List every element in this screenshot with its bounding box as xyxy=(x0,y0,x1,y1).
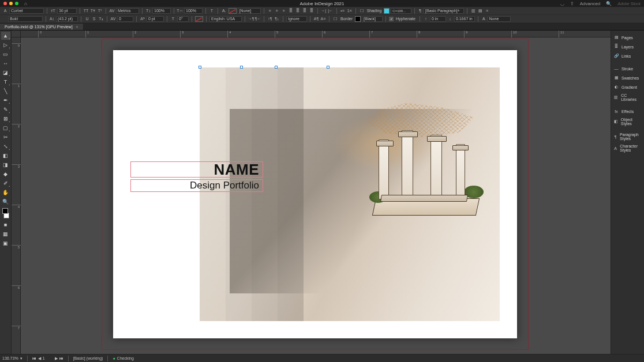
underline-icon[interactable]: U xyxy=(84,16,90,22)
eyedropper-tool[interactable]: ✐ xyxy=(1,179,10,187)
dropcap-icon[interactable]: A¶ xyxy=(313,16,319,22)
page-tool[interactable]: ▭ xyxy=(1,50,10,58)
indent-last-icon[interactable]: ¶← xyxy=(255,16,261,22)
workspace-switcher[interactable]: Advanced xyxy=(580,1,601,6)
tracking-field[interactable]: 0 xyxy=(117,16,133,22)
apply-color-icon[interactable]: ■ xyxy=(1,221,10,229)
subtitle-text-frame[interactable]: Design Portfolio xyxy=(130,179,263,192)
options-icon[interactable]: ≡ xyxy=(484,8,490,14)
chevron-down-icon[interactable]: ▾ xyxy=(20,356,23,361)
smallcaps-icon[interactable]: Tᴛ xyxy=(90,8,96,14)
panel-swatches[interactable]: ▦Swatches xyxy=(611,73,644,82)
selection-handle[interactable] xyxy=(199,66,201,69)
dropcap-chars-icon[interactable]: A≡ xyxy=(320,16,326,22)
horizontal-ruler[interactable]: 01234567891011 xyxy=(21,31,611,37)
ruler-origin[interactable] xyxy=(12,31,21,37)
preflight-label[interactable]: Checking xyxy=(117,356,134,360)
border-color-field[interactable]: [Black] xyxy=(362,16,383,22)
space-after-field[interactable]: 0.1667 in xyxy=(454,16,475,22)
content-collector-tool[interactable]: ◪ xyxy=(1,69,10,77)
space-before-icon[interactable]: ↑¶ xyxy=(267,16,273,22)
indent-first-icon[interactable]: →¶ xyxy=(248,16,254,22)
skew-field[interactable]: 0° xyxy=(177,16,189,22)
justify-icon[interactable]: ≣ xyxy=(288,8,294,14)
align-center-icon[interactable]: ≡ xyxy=(274,8,280,14)
page-first-icon[interactable]: ⏮ xyxy=(32,356,36,360)
pen-tool[interactable]: ✒ xyxy=(1,96,10,104)
bullets-icon[interactable]: •≡ xyxy=(340,8,346,14)
page-prev-icon[interactable]: ◀ xyxy=(38,356,41,361)
page-number-field[interactable]: 1 xyxy=(43,356,53,360)
direct-selection-tool[interactable]: ▷ xyxy=(1,41,10,49)
char-mode-icon[interactable]: A xyxy=(2,8,8,14)
space-after-icon[interactable]: ¶↓ xyxy=(274,16,280,22)
panel-pages[interactable]: ▤Pages xyxy=(611,33,644,42)
panel-layers[interactable]: ≣Layers xyxy=(611,42,644,51)
page-last-icon[interactable]: ⏭ xyxy=(59,356,63,360)
indent-left-icon[interactable]: →| xyxy=(321,8,327,14)
zoom-tool[interactable]: 🔍 xyxy=(1,198,10,206)
panel-character-styles[interactable]: ACharacter Styles xyxy=(611,142,644,154)
char-style-field[interactable]: None xyxy=(488,16,511,22)
font-size-field[interactable]: 36 pt xyxy=(57,8,77,14)
hscale-field[interactable]: 100% xyxy=(184,8,203,14)
pencil-tool[interactable]: ✎ xyxy=(1,105,10,114)
justify-last-center-icon[interactable]: ≣ xyxy=(302,8,308,14)
vscale-field[interactable]: 100% xyxy=(152,8,171,14)
home-icon[interactable]: ⌂ xyxy=(24,1,27,6)
selection-tool[interactable]: ▲ xyxy=(1,32,10,40)
document-tab[interactable]: Portfolio.indd @ 131% [GPU Preview] × xyxy=(0,24,84,30)
selection-handle[interactable] xyxy=(327,66,330,69)
panel-effects[interactable]: fxEffects xyxy=(611,107,644,116)
panel-object-styles[interactable]: ◧Object Styles xyxy=(611,116,644,127)
align-to-field[interactable]: Ignore xyxy=(286,16,307,22)
shading-color-field[interactable]: C=100... xyxy=(391,8,411,14)
font-style-field[interactable]: Bold xyxy=(8,16,43,22)
stroke-swatch-none[interactable] xyxy=(195,16,203,22)
search-stock-input[interactable]: Adobe Stock xyxy=(617,2,641,6)
align-left-icon[interactable]: ≡ xyxy=(267,8,273,14)
align-right-icon[interactable]: ≡ xyxy=(281,8,287,14)
hyphenate-checkbox[interactable]: ✓ xyxy=(389,17,394,21)
shading-swatch[interactable] xyxy=(384,8,390,14)
panel-paragraph-styles[interactable]: ¶Paragraph Styles xyxy=(611,131,644,142)
canvas-area[interactable]: 01234567891011 01234567 xyxy=(12,31,611,357)
search-icon[interactable]: 🔍 xyxy=(606,1,612,6)
indent-right-icon[interactable]: |← xyxy=(328,8,334,14)
language-field[interactable]: English: USA xyxy=(209,16,242,22)
border-swatch[interactable] xyxy=(355,16,361,22)
note-tool[interactable]: ◆ xyxy=(1,170,10,178)
panel-cc-libraries[interactable]: ▥CC Libraries xyxy=(611,92,644,103)
maximize-window-icon[interactable] xyxy=(15,2,18,5)
rectangle-tool[interactable]: ▢ xyxy=(1,124,10,132)
line-tool[interactable]: ╲ xyxy=(1,87,10,95)
shading-checkbox[interactable]: ☐ xyxy=(359,8,365,14)
vertical-ruler[interactable]: 01234567 xyxy=(12,37,21,357)
zoom-level[interactable]: 130.73% xyxy=(2,356,18,360)
gap-tool[interactable]: ↔ xyxy=(1,59,10,67)
share-icon[interactable]: ⇪ xyxy=(570,1,574,6)
space-before-field[interactable]: 0 in xyxy=(430,16,446,22)
view-mode-normal[interactable]: ▦ xyxy=(1,230,10,238)
hand-tool[interactable]: ✋ xyxy=(1,188,10,197)
justify-all-icon[interactable]: ≣ xyxy=(309,8,314,14)
gradient-swatch-tool[interactable]: ◧ xyxy=(1,152,10,160)
type-tool[interactable]: T xyxy=(1,78,10,86)
gradient-feather-tool[interactable]: ◨ xyxy=(1,161,10,169)
fill-field[interactable]: [None] xyxy=(238,8,261,14)
superscript-icon[interactable]: T¹ xyxy=(97,8,103,14)
panel-links[interactable]: 🔗Links xyxy=(611,51,644,61)
kerning-field[interactable]: Metrics xyxy=(116,8,139,14)
free-transform-tool[interactable]: ⤡ xyxy=(1,142,10,150)
rectangle-frame-tool[interactable]: ⊠ xyxy=(1,115,10,123)
close-window-icon[interactable] xyxy=(3,2,7,5)
subscript-icon[interactable]: T₁ xyxy=(98,16,104,22)
columns-icon[interactable]: ▥ xyxy=(470,8,476,14)
title-text-frame[interactable]: NAME xyxy=(130,161,263,178)
allcaps-icon[interactable]: TT xyxy=(83,8,89,14)
panel-gradient[interactable]: ◐Gradient xyxy=(611,82,644,92)
leading-field[interactable]: (43.2 pt) xyxy=(56,16,78,22)
fill-stroke-swatch[interactable] xyxy=(1,207,10,220)
numbered-icon[interactable]: 1≡ xyxy=(347,8,353,14)
font-family-field[interactable]: Corbel xyxy=(9,8,44,14)
